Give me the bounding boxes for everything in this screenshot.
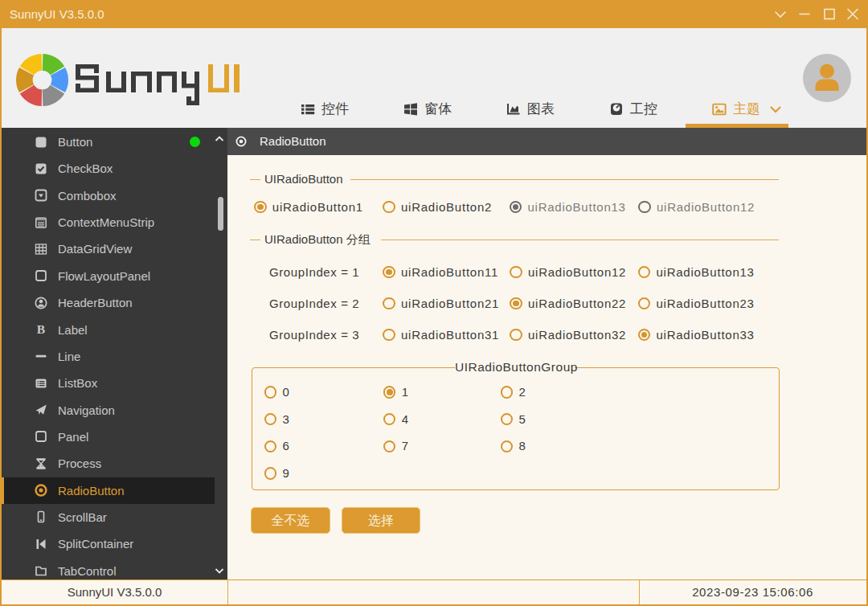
svg-text:B: B [37, 323, 45, 336]
